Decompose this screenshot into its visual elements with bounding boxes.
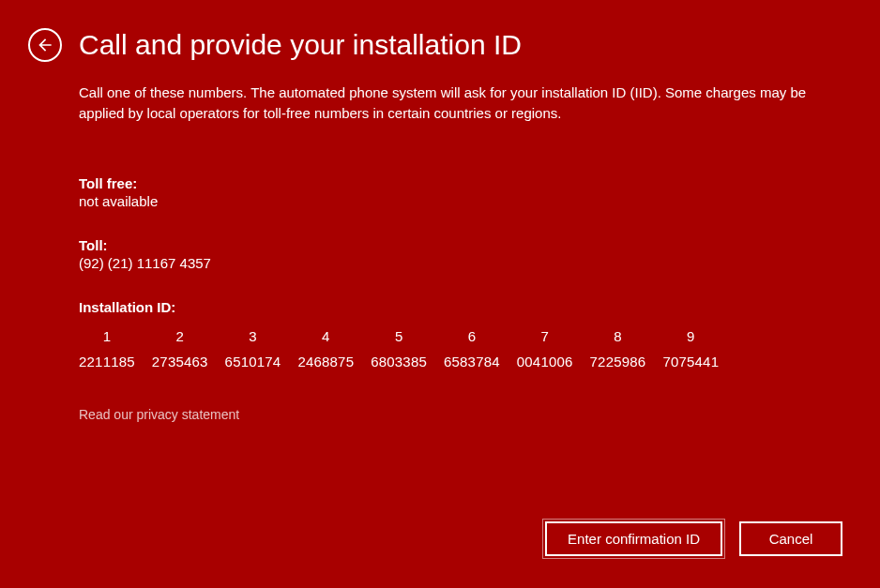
iid-column: 9 7075441 — [662, 328, 719, 369]
privacy-statement-link[interactable]: Read our privacy statement — [79, 407, 824, 422]
toll-free-section: Toll free: not available — [79, 175, 824, 209]
iid-column: 8 7225986 — [590, 328, 646, 369]
iid-column: 5 6803385 — [371, 328, 427, 369]
iid-index: 4 — [322, 328, 329, 344]
toll-free-value: not available — [79, 193, 824, 209]
back-button[interactable] — [28, 28, 62, 62]
installation-id-label: Installation ID: — [79, 299, 824, 315]
iid-value: 6803385 — [371, 354, 427, 369]
iid-index: 8 — [614, 328, 621, 344]
iid-index: 3 — [249, 328, 256, 344]
iid-index: 2 — [176, 328, 184, 344]
iid-value: 6510174 — [225, 354, 281, 369]
iid-column: 6 6583784 — [444, 328, 500, 369]
toll-section: Toll: (92) (21) 11167 4357 — [79, 237, 824, 271]
iid-value: 2468875 — [297, 354, 354, 369]
description-text: Call one of these numbers. The automated… — [79, 83, 824, 124]
iid-column: 2 2735463 — [152, 328, 208, 369]
iid-index: 1 — [103, 328, 111, 344]
installation-id-table: 1 2211185 2 2735463 3 6510174 4 2468875 … — [79, 328, 824, 369]
header: Call and provide your installation ID — [28, 28, 842, 62]
iid-column: 4 2468875 — [297, 328, 354, 369]
iid-index: 7 — [541, 328, 549, 344]
arrow-left-icon — [36, 36, 54, 54]
iid-value: 2735463 — [152, 354, 208, 369]
iid-value: 6583784 — [444, 354, 500, 369]
activation-screen: Call and provide your installation ID Ca… — [0, 0, 880, 588]
toll-free-label: Toll free: — [79, 175, 824, 191]
iid-column: 1 2211185 — [79, 328, 135, 369]
iid-column: 7 0041006 — [517, 328, 573, 369]
content-area: Call one of these numbers. The automated… — [28, 83, 842, 422]
iid-index: 6 — [468, 328, 476, 344]
iid-index: 5 — [395, 328, 402, 344]
button-row: Enter confirmation ID Cancel — [545, 521, 842, 556]
iid-value: 7225986 — [590, 354, 646, 369]
cancel-button[interactable]: Cancel — [739, 521, 842, 556]
toll-value: (92) (21) 11167 4357 — [79, 255, 824, 271]
iid-value: 7075441 — [662, 354, 719, 369]
page-title: Call and provide your installation ID — [79, 29, 522, 61]
enter-confirmation-id-button[interactable]: Enter confirmation ID — [545, 521, 722, 556]
iid-column: 3 6510174 — [225, 328, 281, 369]
toll-label: Toll: — [79, 237, 824, 253]
iid-value: 2211185 — [79, 354, 135, 369]
iid-value: 0041006 — [517, 354, 573, 369]
iid-index: 9 — [687, 328, 694, 344]
